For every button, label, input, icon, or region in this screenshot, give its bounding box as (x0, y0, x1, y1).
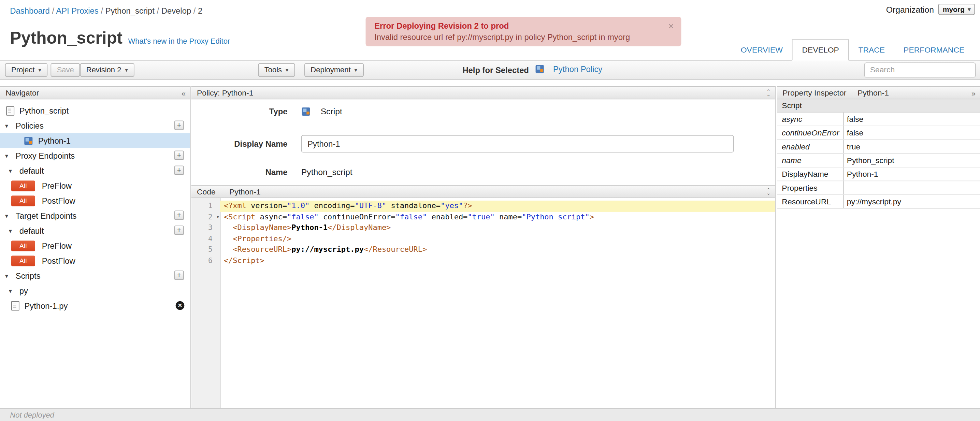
apigee-proxy-editor: Dashboard / API Proxies / Python_script … (0, 0, 980, 421)
tab-performance[interactable]: PERFORMANCE (894, 40, 974, 60)
add-button[interactable]: + (174, 270, 184, 280)
code-editor[interactable]: 1<?xml version="1.0" encoding="UTF-8" st… (191, 198, 775, 408)
tree-expand-icon[interactable]: ▾ (9, 287, 15, 294)
tab-overview[interactable]: OVERVIEW (731, 40, 792, 60)
display-name-input[interactable] (301, 135, 733, 153)
code-line-content[interactable]: <Script async="false" continueOnError="f… (220, 211, 775, 222)
expand-collapse-icon[interactable]: ⌃⌄ (767, 87, 770, 100)
breadcrumb-item-api-proxies[interactable]: API Proxies (56, 6, 98, 15)
code-line-3: 3 <DisplayName>Python-1</DisplayName> (191, 222, 775, 234)
navigator-item-target-endpoints[interactable]: ▾Target Endpoints+ (0, 208, 190, 223)
expand-collapse-icon[interactable]: ⌃⌄ (767, 186, 770, 199)
inspector-value[interactable]: py://myscript.py (844, 195, 980, 208)
code-line-content[interactable]: <DisplayName>Python-1</DisplayName> (220, 222, 775, 234)
revision-button[interactable]: Revision 2 ▾ (80, 63, 134, 77)
navigator-item-default[interactable]: ▾default+ (0, 223, 190, 238)
deployment-button[interactable]: Deployment ▾ (304, 63, 363, 77)
code-token: > (590, 212, 594, 221)
chevron-down-icon: ▾ (286, 67, 288, 73)
tree-expand-icon[interactable]: ▾ (9, 227, 15, 234)
navigator-item-postflow[interactable]: AllPostFlow (0, 193, 190, 208)
tree-expand-icon[interactable]: ▾ (5, 272, 11, 279)
inspector-value[interactable]: false (844, 126, 980, 139)
code-token: </ResourceURL> (364, 245, 427, 254)
collapse-left-icon[interactable]: « (181, 87, 186, 100)
navigator-item-preflow[interactable]: AllPreFlow (0, 178, 190, 193)
type-row: Type Script (191, 107, 342, 116)
save-button[interactable]: Save (51, 63, 80, 77)
code-line-content[interactable]: </Script> (220, 255, 775, 266)
navigator-item-py[interactable]: ▾py (0, 283, 190, 298)
tools-button[interactable]: Tools ▾ (258, 63, 294, 77)
inspector-value[interactable]: Python-1 (844, 167, 980, 181)
save-button-label: Save (57, 65, 74, 75)
error-banner-title: Error Deploying Revision 2 to prod (374, 21, 673, 30)
code-token: standalone= (386, 201, 441, 210)
inspector-table: ScriptasyncfalsecontinueOnErrorfalseenab… (777, 99, 980, 209)
navigator-item-policies[interactable]: ▾Policies+ (0, 118, 190, 133)
document-icon (6, 106, 14, 115)
inspector-value[interactable] (844, 181, 980, 194)
line-number: 4 (191, 234, 220, 244)
navigator-item-python-1[interactable]: Python-1 (0, 133, 190, 148)
add-button[interactable]: + (174, 226, 184, 235)
navigator-tree: Python_script▾Policies+Python-1▾Proxy En… (0, 99, 190, 313)
property-inspector-subtitle: Python-1 (858, 88, 889, 97)
inspector-value[interactable]: Python_script (844, 154, 980, 167)
project-button[interactable]: Project ▾ (5, 63, 48, 77)
code-lines[interactable]: 1<?xml version="1.0" encoding="UTF-8" st… (191, 200, 775, 266)
code-line-content[interactable]: <ResourceURL>py://myscript.py</ResourceU… (220, 244, 775, 255)
flow-all-badge: All (11, 240, 35, 251)
script-policy-icon (535, 65, 544, 74)
code-token: py://myscript.py (291, 245, 364, 254)
search-input[interactable] (864, 62, 975, 78)
tree-expand-icon[interactable]: ▾ (5, 212, 11, 219)
code-token: "yes" (441, 201, 463, 210)
organization-select[interactable]: myorg ▾ (939, 4, 975, 15)
navigator-item-python-script[interactable]: Python_script (0, 103, 190, 118)
add-button[interactable]: + (174, 165, 184, 175)
project-button-label: Project (11, 65, 35, 75)
tab-trace[interactable]: TRACE (849, 40, 894, 60)
error-banner-message: Invalid resource url ref py://myscript.p… (374, 32, 673, 41)
tree-expand-icon[interactable]: ▾ (5, 152, 11, 159)
navigator-panel: Navigator « Python_script▾Policies+Pytho… (0, 86, 191, 408)
code-header-label: Code (197, 187, 216, 196)
tab-develop[interactable]: DEVELOP (792, 39, 849, 60)
fold-icon[interactable]: ▾ (216, 211, 220, 222)
code-line-content[interactable]: <Properties/> (220, 234, 775, 244)
tree-item-label: Proxy Endpoints (16, 151, 75, 160)
collapse-right-icon[interactable]: » (972, 87, 975, 100)
navigator-item-scripts[interactable]: ▾Scripts+ (0, 268, 190, 283)
line-number: 6 (191, 255, 220, 266)
inspector-row-resourceurl: ResourceURLpy://myscript.py (777, 195, 980, 208)
navigator-item-proxy-endpoints[interactable]: ▾Proxy Endpoints+ (0, 148, 190, 163)
navigator-item-python-1-py[interactable]: Python-1.py✕ (0, 298, 190, 313)
inspector-value[interactable]: true (844, 140, 980, 153)
close-icon[interactable]: × (668, 21, 674, 31)
type-value-label: Script (321, 107, 342, 116)
inspector-row-async: asyncfalse (777, 113, 980, 126)
add-button[interactable]: + (174, 211, 184, 220)
code-line-content[interactable]: <?xml version="1.0" encoding="UTF-8" sta… (220, 200, 775, 211)
navigator-item-preflow[interactable]: AllPreFlow (0, 238, 190, 253)
name-row: Name Python_script (191, 167, 352, 177)
add-button[interactable]: + (174, 151, 184, 160)
navigator-item-default[interactable]: ▾default+ (0, 163, 190, 178)
inspector-key: name (777, 154, 844, 167)
python-policy-link[interactable]: Python Policy (535, 65, 602, 74)
code-token: enabled= (427, 212, 468, 221)
add-button[interactable]: + (174, 121, 184, 130)
navigator-item-postflow[interactable]: AllPostFlow (0, 253, 190, 268)
tree-expand-icon[interactable]: ▾ (9, 167, 15, 174)
breadcrumb-item-dashboard[interactable]: Dashboard (10, 6, 50, 15)
inspector-value[interactable]: false (844, 113, 980, 126)
whats-new-link[interactable]: What's new in the Proxy Editor (128, 37, 230, 46)
flow-all-badge: All (11, 180, 35, 191)
code-token: </DisplayName> (328, 223, 391, 232)
code-token: version= (247, 201, 287, 210)
tree-expand-icon[interactable]: ▾ (5, 122, 11, 129)
delete-icon[interactable]: ✕ (176, 301, 185, 310)
code-token: "Python_script" (522, 212, 590, 221)
inspector-key: continueOnError (777, 126, 844, 139)
